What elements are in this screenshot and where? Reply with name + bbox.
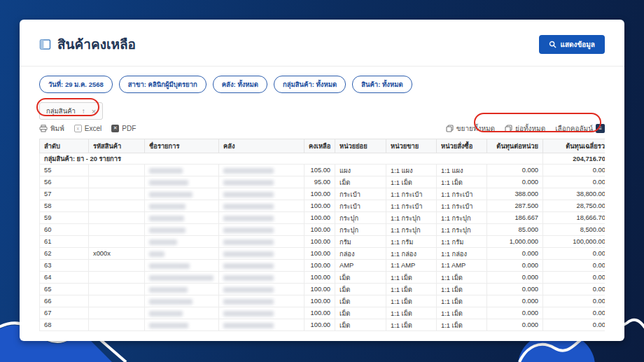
table-cell: 63: [40, 260, 89, 272]
group-row-total: 204,716.700: [543, 153, 606, 165]
filter-pill-4[interactable]: สินค้า: ทั้งหมด: [352, 76, 412, 93]
filter-pill-2[interactable]: คลัง: ทั้งหมด: [213, 76, 267, 93]
select-columns-button[interactable]: เลือกคอลัมน์ ≡: [555, 123, 605, 134]
warehouse-redacted: [219, 224, 304, 236]
show-data-button[interactable]: แสดงข้อมูล: [539, 35, 606, 54]
warehouse-redacted: [219, 188, 304, 200]
table-cell: 1:1 กระเป๋า: [437, 188, 487, 200]
column-header-5[interactable]: หน่วยย่อย: [335, 139, 386, 153]
table-cell: [89, 224, 145, 236]
warehouse-redacted: [219, 165, 304, 176]
column-header-7[interactable]: หน่วยสั่งซื้อ: [437, 139, 487, 153]
table-cell: 0.000: [487, 165, 543, 176]
item-name-redacted: [145, 260, 219, 272]
table-cell: 0.000: [543, 248, 606, 260]
pdf-button[interactable]: ✕ PDF: [111, 125, 136, 132]
redacted-text: [149, 204, 186, 209]
filter-pill-1[interactable]: สาขา: คลินิกผู้มีบุตรยาก: [119, 76, 206, 93]
table-cell: [89, 200, 145, 212]
redacted-text: [149, 180, 188, 186]
table-cell: 1:1 เม็ด: [386, 307, 437, 319]
print-button[interactable]: พิมพ์: [39, 123, 64, 134]
table-cell: 0.000: [543, 284, 606, 295]
table-cell: 100.00: [304, 236, 335, 248]
table-cell: 1:1 กรัม: [386, 236, 437, 248]
table-cell: 0.000: [543, 260, 606, 272]
table-cell: 1,000.000: [487, 236, 543, 248]
table-cell: 60: [40, 224, 89, 236]
inventory-table: ลำดับรหัสสินค้าชื่อรายการคลังคงเหลือหน่ว…: [39, 139, 605, 331]
table-cell: 1:1 เม็ด: [437, 272, 487, 284]
table-cell: เม็ด: [335, 307, 386, 319]
group-chip[interactable]: กลุ่มสินค้า ↑ ×: [39, 102, 103, 120]
table-cell: 0.000: [543, 307, 606, 319]
redacted-text: [149, 168, 183, 174]
column-header-3[interactable]: คลัง: [219, 139, 304, 153]
warehouse-redacted: [219, 176, 304, 188]
table-cell: 68: [40, 319, 89, 331]
redacted-text: [223, 168, 274, 174]
table-cell: 100.00: [304, 295, 335, 307]
column-header-8[interactable]: ต้นทุนต่อหน่วย: [487, 139, 543, 153]
column-header-2[interactable]: ชื่อรายการ: [145, 139, 219, 153]
filter-pill-0[interactable]: วันที่: 29 ม.ค. 2568: [39, 76, 113, 93]
table-cell: 67: [40, 307, 89, 319]
table-cell: 1:1 กระปุก: [386, 224, 437, 236]
column-header-1[interactable]: รหัสสินค้า: [89, 139, 145, 153]
search-icon: [549, 41, 556, 48]
table-cell: 287.500: [487, 200, 543, 212]
table-cell: 0.000: [487, 295, 543, 307]
table-cell: 186.667: [487, 212, 543, 224]
item-name-redacted: [145, 248, 219, 260]
redacted-text: [223, 287, 274, 293]
table-cell: 57: [40, 188, 89, 200]
warehouse-redacted: [219, 319, 304, 331]
table-cell: กระปุก: [335, 224, 386, 236]
table-cell: 100.00: [304, 319, 335, 331]
table-cell: 66: [40, 295, 89, 307]
table-cell: 100.00: [304, 248, 335, 260]
excel-button[interactable]: x Excel: [74, 125, 102, 132]
table-cell: กระปุก: [335, 212, 386, 224]
column-header-9[interactable]: ต้นทุนเฉลี่ยรวม: [543, 139, 606, 153]
table-cell: 64: [40, 272, 89, 284]
filter-bar: วันที่: 29 ม.ค. 2568สาขา: คลินิกผู้มีบุต…: [39, 76, 605, 93]
table-cell: [89, 260, 145, 272]
table-cell: 0.000: [487, 176, 543, 188]
table-cell: 62: [40, 248, 89, 260]
column-header-0[interactable]: ลำดับ: [40, 139, 89, 153]
collapse-all-button[interactable]: ย่อทั้งหมด: [505, 123, 545, 134]
column-header-6[interactable]: หน่วยขาย: [386, 139, 437, 153]
column-header-4[interactable]: คงเหลือ: [304, 139, 335, 153]
table-cell: 1:1 เม็ด: [437, 176, 487, 188]
expand-all-button[interactable]: ขยายทั้งหมด: [446, 123, 495, 134]
filter-pill-3[interactable]: กลุ่มสินค้า: ทั้งหมด: [274, 76, 346, 93]
inventory-panel: สินค้าคงเหลือ แสดงข้อมูล วันที่: 29 ม.ค.…: [20, 20, 624, 341]
expand-all-icon: [446, 125, 454, 132]
item-name-redacted: [145, 236, 219, 248]
table-cell: 0.000: [487, 284, 543, 295]
page-title: สินค้าคงเหลือ: [57, 34, 136, 55]
redacted-text: [223, 263, 274, 269]
item-name-redacted: [145, 272, 219, 284]
redacted-text: [149, 299, 192, 305]
close-icon[interactable]: ×: [92, 107, 96, 116]
table-cell: 1:1 เม็ด: [386, 284, 437, 295]
table-cell: 56: [40, 176, 89, 188]
table-cell: 59: [40, 212, 89, 224]
table-cell: [89, 284, 145, 295]
warehouse-redacted: [219, 236, 304, 248]
group-row: กลุ่มสินค้า: ยา - 20 รายการ 204,716.700: [40, 153, 606, 165]
item-name-redacted: [145, 176, 219, 188]
table-toolbar: พิมพ์ x Excel ✕ PDF ขยายทั้งหมด: [39, 122, 605, 134]
printer-icon: [39, 125, 48, 132]
table-cell: x000x: [89, 248, 145, 260]
item-name-redacted: [145, 165, 219, 176]
table-cell: [89, 176, 145, 188]
table-cell: 0.000: [487, 319, 543, 331]
table-cell: 1:1 กรัม: [437, 236, 487, 248]
redacted-text: [149, 192, 192, 197]
table-cell: 1:1 เม็ด: [386, 319, 437, 331]
sort-asc-icon[interactable]: ↑: [82, 107, 85, 115]
table-row: 68100.00เม็ด1:1 เม็ด1:1 เม็ด0.0000.000: [40, 319, 606, 331]
